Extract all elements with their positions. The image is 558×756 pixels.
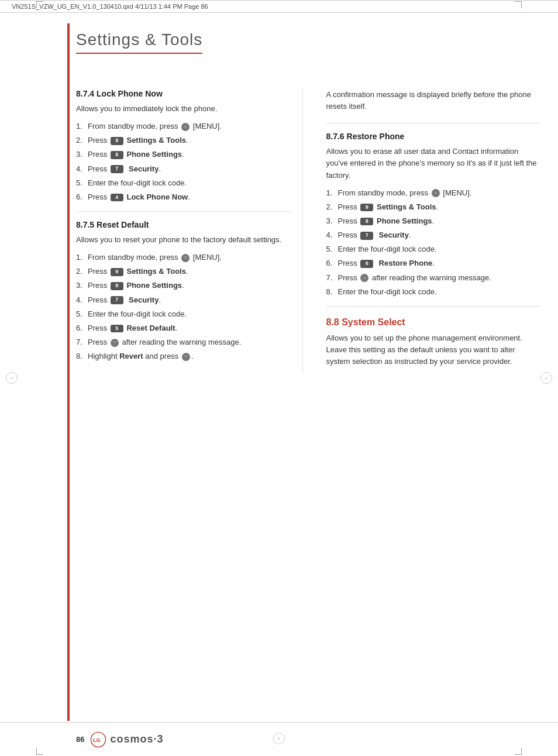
- step-874-2: 2. Press 9 Settings & Tools.: [76, 135, 291, 146]
- circle-icon-2: ○: [181, 254, 190, 262]
- section-875: 8.7.5 Reset Default Allows you to reset …: [76, 220, 291, 362]
- top-bar: VN251S_VZW_UG_EN_V1.0_130410.qxd 4/11/13…: [0, 0, 558, 13]
- section-88-desc: Allows you to set up the phone managemen…: [326, 332, 541, 367]
- step-874-5: 5. Enter the four-digit lock code.: [76, 177, 291, 189]
- heading-wrapper: Settings & Tools: [0, 13, 558, 71]
- divider-876: [326, 123, 541, 123]
- circle-icon: ○: [181, 123, 190, 131]
- right-column: A confirmation message is displayed brie…: [321, 89, 541, 373]
- step-875-7: 7. Press ○ after reading the warning mes…: [76, 336, 291, 348]
- step-876-6: 6. Press 6 Restore Phone.: [326, 257, 541, 269]
- footer-page-number: 86: [76, 735, 84, 744]
- crop-mark-tr: [515, 1, 522, 8]
- confirm-msg-desc: A confirmation message is displayed brie…: [326, 89, 541, 112]
- content-area: 8.7.4 Lock Phone Now Allows you to immed…: [0, 71, 558, 391]
- step-874-4: 4. Press 7 Security.: [76, 163, 291, 175]
- section-876-title: 8.7.6 Restore Phone: [326, 132, 541, 141]
- step-874-1: 1. From standby mode, press ○ [MENU].: [76, 121, 291, 132]
- step-875-2: 2. Press 9 Settings & Tools.: [76, 266, 291, 277]
- left-column: 8.7.4 Lock Phone Now Allows you to immed…: [76, 89, 303, 373]
- key-7-icon: 7: [111, 165, 123, 173]
- circle-icon-6: ○: [360, 274, 368, 282]
- key-9c-icon: 9: [360, 204, 373, 212]
- key-7b-icon: 7: [111, 296, 123, 304]
- step-876-4: 4. Press 7 Security.: [326, 229, 541, 241]
- section-876-steps: 1. From standby mode, press ○ [MENU]. 2.…: [326, 187, 541, 298]
- section-874-title: 8.7.4 Lock Phone Now: [76, 89, 291, 98]
- step-876-2: 2. Press 9 Settings & Tools.: [326, 201, 541, 213]
- footer: 86 LG cosmos·3: [0, 722, 558, 756]
- reg-mark-left: +: [6, 372, 18, 384]
- reg-mark-right: +: [540, 372, 552, 384]
- key-6-icon: 6: [360, 260, 373, 268]
- section-88: 8.8 System Select Allows you to set up t…: [326, 317, 541, 367]
- key-5-icon: 5: [111, 325, 123, 333]
- section-875-desc: Allows you to reset your phone to the fa…: [76, 234, 291, 246]
- section-875-steps: 1. From standby mode, press ○ [MENU]. 2.…: [76, 252, 291, 362]
- key-9b-icon: 9: [111, 268, 123, 276]
- step-875-6: 6. Press 5 Reset Default.: [76, 322, 291, 334]
- divider-88: [326, 306, 541, 307]
- section-875-title: 8.7.5 Reset Default: [76, 220, 291, 229]
- step-874-6: 6. Press 4 Lock Phone Now.: [76, 191, 291, 203]
- step-876-1: 1. From standby mode, press ○ [MENU].: [326, 187, 541, 199]
- circle-icon-4: ○: [182, 353, 190, 361]
- section-876-desc: Allows you to erase all user data and Co…: [326, 146, 541, 181]
- step-876-8: 8. Enter the four-digit lock code.: [326, 286, 541, 298]
- page-wrapper: + + + VN251S_VZW_UG_EN_V1.0_130410.qxd 4…: [0, 0, 558, 756]
- circle-icon-3: ○: [111, 339, 119, 347]
- left-margin-strip: [67, 23, 70, 721]
- step-875-1: 1. From standby mode, press ○ [MENU].: [76, 252, 291, 263]
- section-876: 8.7.6 Restore Phone Allows you to erase …: [326, 132, 541, 298]
- section-88-title: 8.8 System Select: [326, 317, 541, 328]
- page-heading: Settings & Tools: [76, 25, 202, 54]
- crop-mark-tl: [36, 1, 43, 8]
- key-4-icon: 4: [111, 194, 123, 202]
- key-8c-icon: 8: [360, 218, 373, 226]
- svg-text:LG: LG: [93, 737, 101, 743]
- step-875-5: 5. Enter the four-digit lock code.: [76, 308, 291, 320]
- section-874: 8.7.4 Lock Phone Now Allows you to immed…: [76, 89, 291, 203]
- step-875-3: 3. Press 8 Phone Settings.: [76, 280, 291, 291]
- section-874-steps: 1. From standby mode, press ○ [MENU]. 2.…: [76, 121, 291, 203]
- key-8b-icon: 8: [111, 282, 123, 290]
- step-876-3: 3. Press 8 Phone Settings.: [326, 215, 541, 227]
- step-876-7: 7. Press ○ after reading the warning mes…: [326, 272, 541, 284]
- lg-logo-icon: LG: [90, 731, 106, 748]
- key-9-icon: 9: [111, 137, 123, 145]
- divider-875: [76, 211, 291, 212]
- step-874-3: 3. Press 8 Phone Settings.: [76, 149, 291, 160]
- cosmos-label: cosmos·3: [110, 733, 163, 745]
- step-876-5: 5. Enter the four-digit lock code.: [326, 243, 541, 255]
- key-8-icon: 8: [111, 151, 123, 159]
- step-875-4: 4. Press 7 Security.: [76, 294, 291, 306]
- key-7c-icon: 7: [360, 232, 373, 240]
- step-875-8: 8. Highlight Revert and press ○.: [76, 350, 291, 362]
- footer-logo: LG cosmos·3: [90, 731, 163, 748]
- circle-icon-5: ○: [432, 189, 440, 197]
- section-874-desc: Allows you to immediately lock the phone…: [76, 103, 291, 115]
